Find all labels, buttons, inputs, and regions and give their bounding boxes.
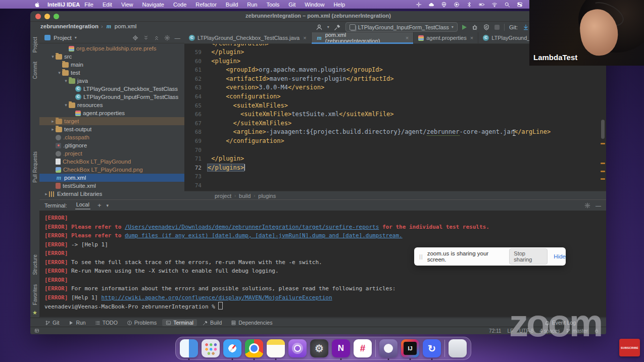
tree-item-testsuite-xml[interactable]: testSuite.xml (39, 182, 184, 190)
menu-file[interactable]: File (80, 2, 98, 8)
tree-chevron-icon[interactable]: ▾ (57, 70, 62, 75)
terminal-settings-icon[interactable] (584, 202, 590, 209)
project-view-dropdown-icon[interactable]: ▾ (75, 35, 77, 40)
tree-item-src[interactable]: ▾src (39, 53, 184, 61)
new-terminal-icon[interactable]: + (97, 201, 102, 209)
cloud-icon[interactable] (428, 2, 434, 8)
editor-line-64[interactable]: 64 <configuration> (184, 92, 606, 101)
dock-lambdatest-icon[interactable]: ↻ (423, 339, 441, 357)
close-tab-icon[interactable]: × (406, 35, 409, 41)
locate-icon[interactable] (132, 35, 138, 41)
dock-slack-icon[interactable]: # (354, 339, 372, 357)
bookmark-star-icon[interactable]: ★ (32, 309, 37, 318)
drone-icon[interactable] (416, 2, 422, 8)
breadcrumb-file[interactable]: pom.xml (115, 23, 136, 29)
tree-item-checkbox-lt-playground[interactable]: CheckBox LT_PlayGround (39, 158, 184, 166)
apple-menu-icon[interactable] (34, 2, 40, 8)
battery-icon[interactable] (479, 2, 485, 8)
editor-line-67[interactable]: 67 </suiteXmlFiles> (184, 119, 606, 128)
tree-item-external-libraries[interactable]: ▸External Libraries (39, 190, 184, 198)
editor-line-70[interactable]: 70 (184, 146, 606, 155)
menu-refactor[interactable]: Refactor (191, 2, 221, 8)
tool-windows-icon[interactable] (34, 328, 39, 333)
tree-chevron-icon[interactable]: ▾ (50, 54, 56, 59)
menu-tools[interactable]: Tools (262, 2, 284, 8)
terminal-dropdown-icon[interactable]: ▾ (107, 203, 109, 208)
editor-line-73[interactable]: 73 (184, 172, 606, 181)
breadcrumb-project[interactable]: zebrunnerIntegration (40, 23, 98, 29)
tree-item-test-output[interactable]: ▸test-output (39, 125, 184, 133)
editor-scrollbar[interactable] (601, 120, 605, 139)
tree-item-pom-xml[interactable]: mpom.xml (39, 174, 184, 182)
user-dropdown-icon[interactable]: ▾ (327, 25, 329, 29)
coverage-button[interactable] (483, 24, 490, 31)
status-master[interactable]: master (566, 328, 588, 334)
tree-item-project[interactable]: .project (39, 149, 184, 158)
toolwindow-todo[interactable]: TODO (91, 319, 121, 326)
status-4-spaces[interactable]: 4 spaces (539, 328, 560, 334)
banner-drag-handle[interactable]: || (419, 253, 423, 260)
terminal-link[interactable]: http://cwiki.apache.org/confluence/displ… (102, 294, 332, 301)
close-tab-icon[interactable]: × (470, 35, 473, 41)
editor-line-63[interactable]: 63 <version>3.0.0-M4</version> (184, 83, 606, 92)
toggles-icon[interactable] (517, 2, 523, 8)
tab-pom-xml-zebrunnerintegration[interactable]: mpom.xml (zebrunnerIntegration)× (312, 32, 414, 43)
terminal-link[interactable]: /Users/veenadevi/Downloads/demo/zebrunne… (125, 224, 379, 230)
debug-button[interactable] (471, 24, 478, 31)
tree-chevron-icon[interactable]: ▸ (50, 119, 56, 124)
menu-code[interactable]: Code (169, 2, 191, 8)
tab-ltplayground-checkbox-testclass-java[interactable]: CLTPlayGround_Checkbox_TestClass.java× (184, 32, 312, 43)
dock-github-desktop-icon[interactable] (379, 339, 398, 357)
editor-line-72[interactable]: 72</plugins> (184, 164, 606, 173)
shieldgrid-icon[interactable] (441, 2, 447, 8)
toolwindow-git[interactable]: Git (41, 319, 63, 326)
stop-sharing-button[interactable]: Stop sharing (509, 248, 548, 265)
editor-breadcrumb-build[interactable]: build (239, 193, 251, 199)
dock-trash-icon[interactable] (449, 339, 467, 357)
strip-item-pull-requests[interactable]: Pull Requests (32, 147, 38, 187)
tree-chevron-icon[interactable]: ▸ (43, 191, 49, 196)
menu-navigate[interactable]: Navigate (138, 2, 169, 8)
editor-line-74[interactable]: 74 (184, 181, 606, 190)
terminal-minimize-icon[interactable]: — (596, 202, 601, 209)
editor-line-61[interactable]: 61 <groupId>org.apache.maven.plugins</gr… (184, 66, 606, 75)
editor-line-69[interactable]: 69 </configuration> (184, 137, 606, 146)
editor-line-68[interactable]: 68 <argLine>-javaagent:${project.build.d… (184, 128, 606, 137)
user-icon[interactable] (316, 24, 323, 31)
strip-item-commit[interactable]: Commit (32, 57, 38, 83)
menu-view[interactable]: View (117, 2, 138, 8)
search-icon[interactable] (504, 2, 510, 8)
run-config-select[interactable]: LTPlayGround_InputForm_TestClass ▾ (345, 22, 458, 32)
app-menu[interactable]: IntelliJ IDEA (47, 2, 80, 8)
close-tab-icon[interactable]: × (303, 35, 306, 41)
stop-button[interactable] (494, 25, 500, 30)
toolwindow-dependencies[interactable]: Dependencies (227, 319, 276, 326)
editor-breadcrumb-project[interactable]: project (215, 193, 231, 199)
collapse-all-icon[interactable] (154, 35, 160, 41)
tree-item-classpath[interactable]: .classpath (39, 133, 184, 141)
toolwindow-run[interactable]: Run (65, 319, 89, 326)
playcircle-icon[interactable] (454, 2, 460, 8)
editor-line-65[interactable]: 65 <suiteXmlFiles> (184, 101, 606, 111)
tree-item-resources[interactable]: ▾resources (39, 101, 184, 109)
tree-item-checkbox-lt-playground-png[interactable]: CheckBox LT_PlayGround.png (39, 166, 184, 174)
menu-edit[interactable]: Edit (98, 2, 117, 8)
strip-item-favorites[interactable]: Favorites (32, 280, 38, 309)
dock-launchpad-icon[interactable] (202, 339, 220, 357)
tree-item-agent-properties[interactable]: agent.properties (39, 109, 184, 117)
hide-panel-icon[interactable]: — (175, 35, 181, 41)
project-panel-title[interactable]: Project (54, 35, 72, 41)
tree-chevron-icon[interactable]: ▾ (63, 78, 69, 83)
dock-podcasts-icon[interactable] (288, 339, 307, 357)
tree-chevron-icon[interactable]: ▾ (63, 102, 69, 108)
expand-all-icon[interactable] (143, 35, 149, 41)
menu-git[interactable]: Git (284, 2, 300, 8)
toolwindow-problems[interactable]: Problems (123, 319, 160, 326)
menu-window[interactable]: Window (300, 2, 329, 8)
editor-breadcrumb-plugins[interactable]: plugins (258, 193, 276, 199)
wifi-icon[interactable] (491, 2, 498, 8)
status-72-11[interactable]: 72:11 (489, 328, 501, 334)
menu-help[interactable]: Help (329, 2, 350, 8)
terminal-tab-local[interactable]: Local (75, 201, 90, 210)
hide-banner-link[interactable]: Hide (554, 253, 566, 260)
